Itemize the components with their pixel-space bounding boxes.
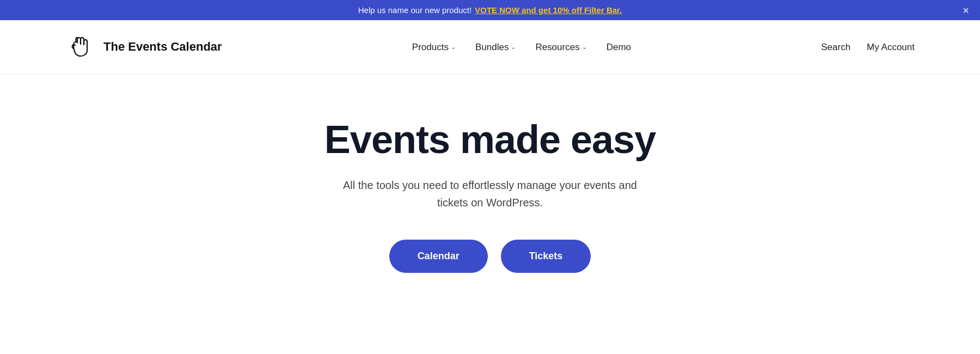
my-account-link[interactable]: My Account — [867, 42, 915, 53]
banner-close-button[interactable]: × — [963, 5, 969, 16]
chevron-down-icon: ⌄ — [451, 44, 456, 51]
logo-icon — [65, 32, 96, 63]
nav-label-products: Products — [412, 42, 449, 53]
hero-buttons: Calendar Tickets — [389, 240, 591, 273]
banner-text: Help us name our new product! — [358, 5, 471, 15]
nav-label-resources: Resources — [535, 42, 579, 53]
tickets-button[interactable]: Tickets — [501, 240, 591, 273]
logo-link[interactable]: The Events Calendar — [65, 32, 222, 63]
nav-item-demo[interactable]: Demo — [607, 42, 631, 53]
chevron-down-icon: ⌄ — [582, 44, 587, 51]
calendar-button[interactable]: Calendar — [389, 240, 488, 273]
main-nav: Products ⌄ Bundles ⌄ Resources ⌄ Demo — [412, 42, 631, 53]
hero-subtitle: All the tools you need to effortlessly m… — [338, 176, 642, 211]
nav-label-bundles: Bundles — [475, 42, 509, 53]
chevron-down-icon: ⌄ — [511, 44, 516, 51]
svg-rect-0 — [65, 32, 96, 63]
nav-item-products[interactable]: Products ⌄ — [412, 42, 456, 53]
hero-section: Events made easy All the tools you need … — [0, 75, 980, 306]
nav-item-resources[interactable]: Resources ⌄ — [535, 42, 586, 53]
search-link[interactable]: Search — [821, 42, 850, 53]
banner-cta-link[interactable]: VOTE NOW and get 10% off Filter Bar. — [475, 5, 622, 15]
logo-text: The Events Calendar — [103, 40, 222, 54]
announcement-banner: Help us name our new product! VOTE NOW a… — [0, 0, 980, 20]
hero-title: Events made easy — [324, 118, 656, 161]
site-header: The Events Calendar Products ⌄ Bundles ⌄… — [0, 20, 980, 75]
right-nav: Search My Account — [821, 42, 915, 53]
nav-item-bundles[interactable]: Bundles ⌄ — [475, 42, 516, 53]
nav-label-demo: Demo — [607, 42, 631, 53]
